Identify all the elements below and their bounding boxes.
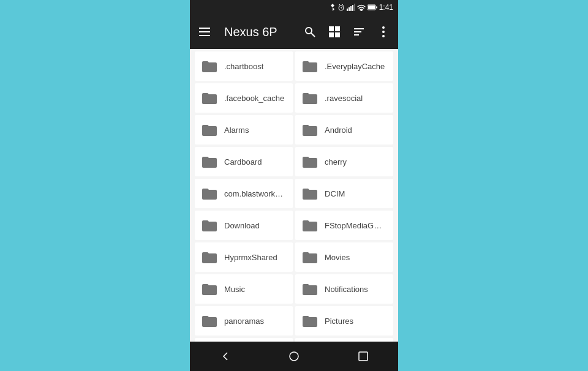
svg-rect-8 bbox=[352, 5, 353, 11]
svg-rect-16 bbox=[329, 26, 334, 31]
svg-rect-13 bbox=[376, 7, 377, 9]
svg-rect-5 bbox=[347, 9, 348, 11]
folder-icon bbox=[201, 313, 218, 328]
alarm-icon bbox=[337, 4, 345, 11]
list-item[interactable]: Alarms bbox=[195, 115, 293, 144]
list-item[interactable]: FStopMediaGall... bbox=[295, 211, 393, 240]
file-name: Cardboard bbox=[224, 157, 262, 167]
toolbar: Nexus 6P bbox=[190, 15, 398, 49]
svg-line-15 bbox=[311, 33, 315, 37]
svg-rect-6 bbox=[349, 7, 350, 11]
file-name: HyprmxShared bbox=[224, 253, 277, 262]
folder-icon bbox=[301, 218, 318, 233]
file-name: .ravesocial bbox=[325, 94, 363, 103]
svg-point-14 bbox=[306, 28, 312, 34]
svg-rect-27 bbox=[359, 352, 368, 361]
folder-icon bbox=[301, 282, 318, 296]
file-name: Android bbox=[325, 126, 352, 135]
file-name: cherry bbox=[325, 157, 347, 167]
svg-line-4 bbox=[342, 4, 344, 6]
toolbar-title: Nexus 6P bbox=[224, 25, 295, 39]
search-icon bbox=[304, 26, 316, 38]
list-item[interactable]: HyprmxShared bbox=[195, 242, 293, 272]
svg-point-23 bbox=[382, 26, 385, 29]
signal-icon bbox=[347, 4, 355, 11]
svg-rect-19 bbox=[335, 32, 340, 37]
folder-icon bbox=[201, 154, 218, 169]
file-name: Music bbox=[224, 285, 245, 294]
svg-point-24 bbox=[382, 31, 385, 33]
search-button[interactable] bbox=[300, 22, 320, 42]
wifi-icon bbox=[357, 4, 366, 11]
list-item[interactable]: Pictures bbox=[295, 306, 393, 335]
folder-icon bbox=[301, 59, 318, 73]
svg-rect-18 bbox=[329, 32, 334, 37]
status-icons: 1:41 bbox=[330, 3, 393, 12]
list-item[interactable]: Cardboard bbox=[195, 147, 293, 176]
svg-rect-17 bbox=[335, 26, 340, 31]
file-list: .chartboost .EveryplayCache .facebook_ca… bbox=[190, 49, 398, 342]
list-item[interactable]: cherry bbox=[295, 147, 393, 176]
file-name: Download bbox=[224, 221, 260, 230]
file-name: .chartboost bbox=[224, 62, 263, 71]
battery-icon bbox=[368, 4, 377, 10]
more-button[interactable] bbox=[374, 22, 393, 42]
back-button[interactable] bbox=[210, 342, 239, 371]
sort-button[interactable] bbox=[349, 22, 369, 42]
list-item[interactable]: Movies bbox=[295, 242, 393, 272]
svg-rect-7 bbox=[350, 6, 352, 11]
list-item[interactable]: Notifications bbox=[295, 274, 393, 304]
svg-point-26 bbox=[290, 352, 298, 361]
folder-icon bbox=[301, 154, 318, 169]
status-bar: 1:41 bbox=[190, 0, 398, 15]
list-item[interactable]: Music bbox=[195, 274, 293, 304]
folder-icon bbox=[201, 91, 218, 105]
bluetooth-icon bbox=[330, 3, 336, 12]
folder-icon bbox=[201, 186, 218, 201]
file-name: Movies bbox=[325, 253, 350, 262]
sort-icon bbox=[353, 26, 365, 38]
recents-icon bbox=[358, 351, 369, 362]
folder-icon bbox=[201, 282, 218, 296]
nav-bar bbox=[190, 342, 398, 371]
folder-icon bbox=[301, 122, 318, 137]
home-button[interactable] bbox=[279, 342, 309, 371]
list-item[interactable]: .chartboost bbox=[195, 51, 293, 81]
list-item[interactable]: Android bbox=[295, 115, 393, 144]
more-icon bbox=[382, 26, 385, 38]
grid-view-button[interactable] bbox=[325, 22, 344, 42]
list-item[interactable]: DCIM bbox=[295, 179, 393, 208]
list-item[interactable]: .facebook_cache bbox=[195, 83, 293, 113]
folder-icon bbox=[301, 313, 318, 328]
file-name: panoramas bbox=[224, 317, 264, 326]
list-item[interactable]: panoramas bbox=[195, 306, 293, 335]
phone-frame: 1:41 Nexus 6P bbox=[190, 0, 398, 371]
list-item[interactable]: com.blastworksi... bbox=[195, 179, 293, 208]
file-name: Pictures bbox=[325, 317, 353, 326]
svg-point-25 bbox=[382, 35, 385, 37]
menu-button[interactable] bbox=[195, 22, 214, 42]
hamburger-icon bbox=[199, 28, 210, 36]
svg-rect-12 bbox=[368, 6, 375, 9]
folder-icon bbox=[301, 186, 318, 201]
file-name: Alarms bbox=[224, 126, 249, 135]
grid-icon bbox=[328, 26, 341, 38]
list-item[interactable]: .ravesocial bbox=[295, 83, 393, 113]
folder-icon bbox=[301, 250, 318, 264]
folder-icon bbox=[201, 250, 218, 264]
svg-line-3 bbox=[339, 4, 340, 6]
list-item[interactable]: Download bbox=[195, 211, 293, 240]
file-name: DCIM bbox=[325, 189, 345, 198]
recents-button[interactable] bbox=[349, 342, 378, 371]
file-name: com.blastworksi... bbox=[224, 189, 285, 198]
svg-point-10 bbox=[361, 10, 362, 11]
home-icon bbox=[288, 350, 300, 362]
list-item[interactable]: .EveryplayCache bbox=[295, 51, 393, 81]
back-icon bbox=[219, 350, 231, 362]
folder-icon bbox=[201, 218, 218, 233]
folder-icon bbox=[301, 91, 318, 105]
file-name: FStopMediaGall... bbox=[325, 221, 386, 230]
file-name: Notifications bbox=[325, 285, 368, 294]
folder-icon bbox=[201, 59, 218, 73]
file-name: .facebook_cache bbox=[224, 94, 284, 103]
